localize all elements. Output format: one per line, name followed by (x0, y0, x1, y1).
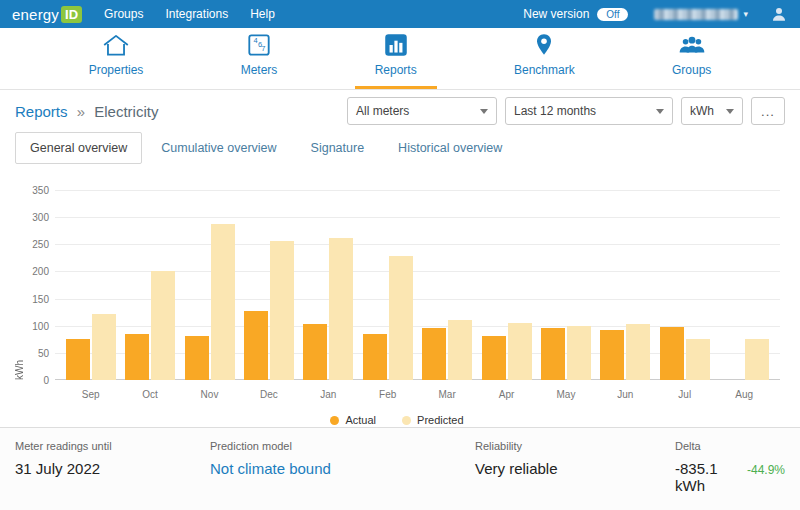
new-version-label: New version (523, 7, 589, 21)
menu-item-groups[interactable]: Groups (104, 7, 143, 21)
x-tick-label: Jan (303, 389, 353, 400)
bar-group: Oct (125, 190, 175, 380)
energyid-logo[interactable]: energy ID (12, 6, 82, 23)
tab-historical-overview[interactable]: Historical overview (383, 132, 517, 164)
menu-item-help[interactable]: Help (250, 7, 275, 21)
page-title: Electricity (94, 103, 158, 120)
breadcrumb: Reports » Electricity (15, 103, 158, 120)
nav-label: Properties (89, 63, 144, 77)
prediction-model: Prediction model Not climate bound (210, 440, 475, 494)
predicted-bar[interactable] (270, 241, 294, 381)
unit-select-value: kWh (690, 104, 714, 118)
unit-select[interactable]: kWh (681, 97, 743, 125)
more-options-button[interactable]: ... (751, 97, 785, 125)
actual-bar[interactable] (363, 334, 387, 380)
stat-label: Reliability (475, 440, 675, 452)
bar-group: Jun (600, 190, 650, 380)
stat-value: Very reliable (475, 460, 675, 477)
legend-item-predicted[interactable]: Predicted (402, 414, 463, 426)
x-tick-label: Mar (422, 389, 472, 400)
user-menu-caret-icon[interactable]: ▾ (743, 9, 748, 19)
bar-group: May (541, 190, 591, 380)
meter-readings-until: Meter readings until 31 July 2022 (15, 440, 210, 494)
nav-item-meters[interactable]: 4 6 7 Meters (221, 24, 298, 89)
predicted-bar[interactable] (329, 238, 353, 380)
predicted-bar[interactable] (686, 339, 710, 380)
y-tick-label: 100 (32, 320, 49, 331)
new-version-toggle[interactable]: Off (597, 8, 628, 21)
delta-percent: -44.9% (747, 463, 785, 477)
delta: Delta -835.1 kWh -44.9% (675, 440, 785, 494)
user-avatar-icon[interactable] (770, 5, 788, 23)
username-redacted[interactable] (654, 9, 738, 20)
stat-label: Meter readings until (15, 440, 210, 452)
report-tabs: General overview Cumulative overview Sig… (0, 132, 800, 164)
nav-item-reports[interactable]: Reports (355, 24, 437, 89)
stat-label: Delta (675, 440, 785, 452)
period-select[interactable]: Last 12 months (505, 97, 673, 125)
predicted-bar[interactable] (508, 323, 532, 380)
breadcrumb-filter-row: Reports » Electricity All meters Last 12… (0, 90, 800, 132)
x-tick-label: Jul (660, 389, 710, 400)
predicted-bar[interactable] (211, 224, 235, 380)
legend-label: Actual (345, 414, 376, 426)
bar-group: Jan (303, 190, 353, 380)
y-tick-label: 150 (32, 293, 49, 304)
predicted-bar[interactable] (626, 324, 650, 380)
tab-cumulative-overview[interactable]: Cumulative overview (146, 132, 291, 164)
svg-text:7: 7 (261, 44, 265, 53)
actual-bar[interactable] (303, 324, 327, 380)
legend-item-actual[interactable]: Actual (330, 414, 376, 426)
menu-item-integrations[interactable]: Integrations (165, 7, 228, 21)
bar-chart-icon (382, 32, 410, 58)
actual-bar[interactable] (66, 339, 90, 380)
actual-bar[interactable] (422, 328, 446, 380)
predicted-bar[interactable] (389, 256, 413, 380)
breadcrumb-reports-link[interactable]: Reports (15, 103, 68, 120)
actual-bar[interactable] (660, 327, 684, 380)
nav-item-benchmark[interactable]: Benchmark (494, 24, 595, 89)
predicted-bar[interactable] (745, 339, 769, 380)
predicted-bar[interactable] (92, 314, 116, 380)
predicted-bar[interactable] (567, 326, 591, 380)
x-tick-label: Oct (125, 389, 175, 400)
tab-signature[interactable]: Signature (296, 132, 380, 164)
actual-bar[interactable] (125, 334, 149, 380)
x-tick-label: Sep (66, 389, 116, 400)
actual-bar[interactable] (600, 330, 624, 380)
x-tick-label: Feb (363, 389, 413, 400)
delta-value: -835.1 kWh (675, 460, 737, 494)
x-tick-label: Jun (600, 389, 650, 400)
prediction-model-link[interactable]: Not climate bound (210, 460, 475, 477)
period-select-value: Last 12 months (514, 104, 596, 118)
x-tick-label: May (541, 389, 591, 400)
y-axis-title: kWh (14, 190, 25, 380)
x-tick-label: Apr (482, 389, 532, 400)
logo-badge: ID (61, 6, 82, 23)
actual-bar[interactable] (244, 311, 268, 380)
chevron-down-icon (480, 109, 488, 114)
reliability: Reliability Very reliable (475, 440, 675, 494)
bar-group: Aug (719, 190, 769, 380)
bar-group: Dec (244, 190, 294, 380)
logo-text: energy (12, 6, 59, 23)
nav-label: Meters (241, 63, 278, 77)
nav-item-groups[interactable]: Groups (652, 24, 731, 89)
nav-label: Benchmark (514, 63, 575, 77)
meter-icon: 4 6 7 (245, 32, 273, 58)
tab-general-overview[interactable]: General overview (15, 132, 142, 164)
plot-area: SepOctNovDecJanFebMarAprMayJunJulAug (55, 190, 780, 380)
bar-group: Sep (66, 190, 116, 380)
y-tick-label: 50 (38, 347, 49, 358)
actual-bar[interactable] (541, 328, 565, 380)
actual-bar[interactable] (185, 336, 209, 381)
filter-controls: All meters Last 12 months kWh ... (347, 97, 785, 125)
actual-bar[interactable] (482, 336, 506, 381)
y-axis: 050100150200250300350 (25, 190, 55, 380)
predicted-bar[interactable] (448, 320, 472, 380)
house-icon (101, 32, 131, 58)
nav-item-properties[interactable]: Properties (69, 24, 164, 89)
predicted-bar[interactable] (151, 271, 175, 380)
meter-select[interactable]: All meters (347, 97, 497, 125)
bar-group: Nov (185, 190, 235, 380)
